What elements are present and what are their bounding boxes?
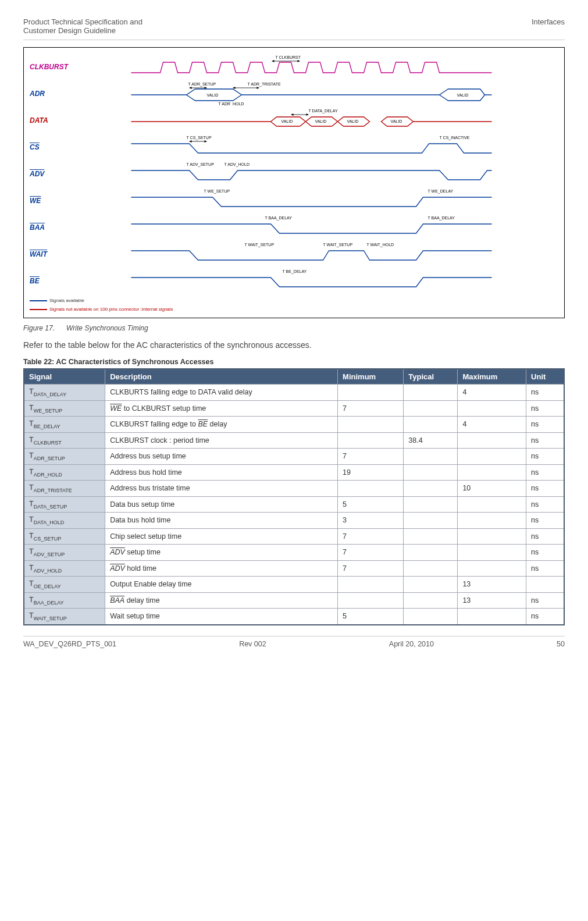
svg-marker-13 xyxy=(190,140,192,143)
cell-unit: ns xyxy=(526,609,564,625)
cell-typ xyxy=(404,449,458,465)
cell-typ xyxy=(404,496,458,513)
sig-label-wait: WAIT xyxy=(30,250,65,258)
sig-label-adv: ADV xyxy=(30,170,65,178)
col-header: Description xyxy=(105,369,338,385)
cell-desc: Wait setup time xyxy=(105,609,338,625)
cell-min: 7 xyxy=(338,560,404,577)
cell-min xyxy=(338,417,404,433)
cell-typ: 38.4 xyxy=(404,432,458,449)
cell-min: 7 xyxy=(338,528,404,545)
tparam-we-delay: T WE_DELAY xyxy=(428,189,454,194)
table-row: TDATA_DELAYCLKBURTS falling edge to DATA… xyxy=(24,385,564,401)
tparam-adr-tristate: T ADR_TRISTATE xyxy=(248,82,281,87)
cell-signal: TCLKBURST xyxy=(24,432,105,449)
table-title: Table 22: AC Characteristics of Synchron… xyxy=(23,358,565,366)
cell-max: 10 xyxy=(458,481,526,497)
table-row: TADR_HOLDAddress bus hold time19ns xyxy=(24,464,564,481)
col-header: Maximum xyxy=(458,369,526,385)
cell-min xyxy=(338,592,404,609)
cell-typ xyxy=(404,592,458,609)
tparam-cs-setup: T CS_SETUP xyxy=(187,136,212,140)
svg-marker-4 xyxy=(190,87,192,89)
cell-min: 19 xyxy=(338,464,404,481)
table-row: TWAIT_SETUPWait setup time5ns xyxy=(24,609,564,625)
cell-max xyxy=(458,560,526,577)
cell-max xyxy=(458,432,526,449)
sig-label-clkburst: CLKBURST xyxy=(30,63,65,71)
cell-min xyxy=(338,432,404,449)
legend-b: Signals not available on 100 pins connec… xyxy=(49,307,173,312)
cell-desc: Address bus hold time xyxy=(105,464,338,481)
cell-typ xyxy=(404,400,458,417)
timing-diagram: CLKBURST T CLKBURST ADR T ADR_SETUP T AD… xyxy=(23,47,565,318)
table-row: TBE_DELAYCLKBURST falling edge to BE del… xyxy=(24,417,564,433)
svg-marker-2 xyxy=(298,60,300,62)
tparam-cs-inactive: T CS_INACTIVE xyxy=(440,136,470,140)
valid-tag-d3: VALID xyxy=(347,119,359,123)
cell-desc: ADV setup time xyxy=(105,545,338,561)
cell-signal: TWE_SETUP xyxy=(24,400,105,417)
cell-desc: WE to CLKBURST setup time xyxy=(105,400,338,417)
tparam-adv-setup: T ADV_SETUP xyxy=(187,162,215,167)
header-left-line1: Product Technical Specification and xyxy=(23,17,142,26)
cell-typ xyxy=(404,385,458,401)
ac-characteristics-table: SignalDescriptionMinimumTypicalMaximumUn… xyxy=(23,368,565,625)
sig-label-baa: BAA xyxy=(30,223,65,232)
figure-caption: Figure 17. Write Synchronous Timing xyxy=(23,324,565,332)
tparam-adr-hold: T ADR_HOLD xyxy=(219,102,244,105)
cell-signal: TADR_HOLD xyxy=(24,464,105,481)
table-row: TDATA_HOLDData bus hold time3ns xyxy=(24,513,564,529)
valid-tag-d1: VALID xyxy=(281,119,293,123)
sig-label-we: WE xyxy=(30,197,65,205)
tparam-clkburst: T CLKBURST xyxy=(276,55,301,59)
col-header: Unit xyxy=(526,369,564,385)
svg-marker-11 xyxy=(307,113,309,116)
cell-min: 7 xyxy=(338,400,404,417)
svg-marker-10 xyxy=(291,113,294,116)
cell-desc: CLKBURST clock : period time xyxy=(105,432,338,449)
cell-typ xyxy=(404,609,458,625)
cell-unit: ns xyxy=(526,400,564,417)
col-header: Typical xyxy=(404,369,458,385)
table-row: TADR_TRISTATEAddress bus tristate time10… xyxy=(24,481,564,497)
sig-label-be: BE xyxy=(30,277,65,285)
valid-tag-d4: VALID xyxy=(391,119,402,123)
cell-desc: Data bus setup time xyxy=(105,496,338,513)
cell-typ xyxy=(404,417,458,433)
cell-min xyxy=(338,577,404,593)
valid-tag-adr1: VALID xyxy=(207,93,219,97)
cell-desc: CLKBURST falling edge to BE delay xyxy=(105,417,338,433)
table-row: TBAA_DELAYBAA delay time13ns xyxy=(24,592,564,609)
cell-max: 4 xyxy=(458,385,526,401)
cell-typ xyxy=(404,464,458,481)
page-footer: WA_DEV_Q26RD_PTS_001 Rev 002 April 20, 2… xyxy=(23,636,565,648)
footer-date: April 20, 2010 xyxy=(389,640,434,648)
cell-unit: ns xyxy=(526,481,564,497)
cell-signal: TDATA_SETUP xyxy=(24,496,105,513)
cell-typ xyxy=(404,513,458,529)
cell-max: 13 xyxy=(458,577,526,593)
sig-label-cs: CS xyxy=(30,143,65,151)
svg-marker-8 xyxy=(257,87,259,89)
cell-min: 5 xyxy=(338,609,404,625)
cell-min: 3 xyxy=(338,513,404,529)
svg-marker-7 xyxy=(233,87,236,89)
cell-desc: Data bus hold time xyxy=(105,513,338,529)
tparam-be-delay: T BE_DELAY xyxy=(283,269,307,274)
cell-unit: ns xyxy=(526,449,564,465)
table-row: TADV_SETUPADV setup time7ns xyxy=(24,545,564,561)
cell-typ xyxy=(404,560,458,577)
col-header: Signal xyxy=(24,369,105,385)
diagram-legend: Signals available xyxy=(30,298,558,303)
valid-tag-d2: VALID xyxy=(315,119,327,123)
cell-max: 4 xyxy=(458,417,526,433)
cell-unit xyxy=(526,577,564,593)
cell-max xyxy=(458,496,526,513)
cell-signal: TBAA_DELAY xyxy=(24,592,105,609)
cell-unit: ns xyxy=(526,417,564,433)
footer-rev: Rev 002 xyxy=(239,640,266,648)
cell-typ xyxy=(404,481,458,497)
tparam-wait-hold: T WAIT_HOLD xyxy=(367,243,394,247)
table-row: TCS_SETUPChip select setup time7ns xyxy=(24,528,564,545)
